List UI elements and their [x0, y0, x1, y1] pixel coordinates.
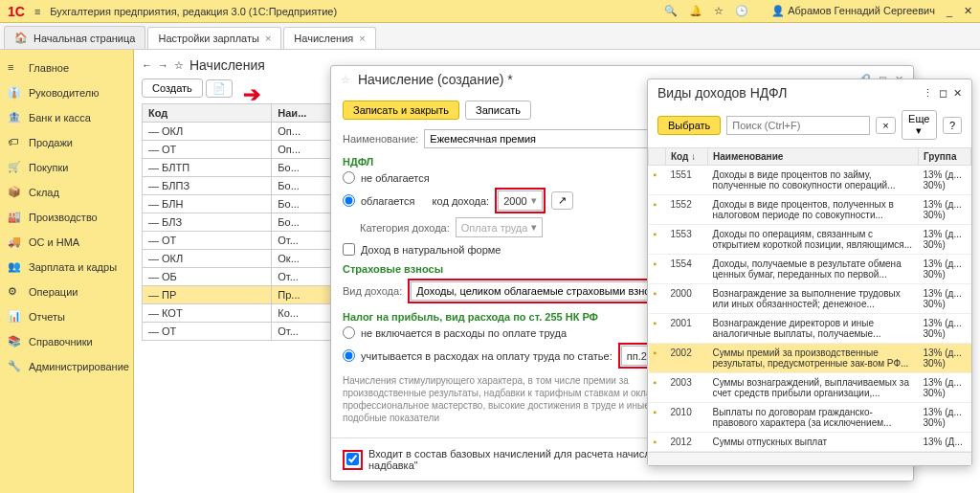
not-included-radio[interactable] — [343, 326, 355, 339]
titlebar-tools: 🔍 🔔 ☆ 🕒 👤 Абрамов Геннадий Сергеевич _ ✕ — [664, 5, 972, 17]
tabbar: 🏠 Начальная страница Настройки зарплаты×… — [0, 23, 980, 50]
panel-title: Начисления — [189, 57, 265, 73]
not-taxed-label: не облагается — [361, 172, 430, 184]
star-icon[interactable]: ☆ — [341, 74, 350, 86]
save-close-button[interactable]: Записать и закрыть — [343, 101, 459, 120]
not-taxed-radio[interactable] — [343, 171, 355, 184]
star-icon[interactable]: ☆ — [174, 59, 184, 72]
sidebar-item-manager[interactable]: 👔Руководителю — [0, 80, 133, 105]
app-title: Бухгалтерия предприятия, редакция 3.0 (1… — [50, 6, 664, 17]
ndfl-panel-title: Виды доходов НДФЛ — [657, 85, 923, 101]
col-code[interactable]: Код ↓ — [666, 148, 708, 166]
sidebar-item-admin[interactable]: 🔧Администрирование — [0, 354, 133, 379]
col-group[interactable]: Группа — [919, 148, 971, 166]
more-button[interactable]: Еще ▾ — [902, 110, 937, 140]
sidebar-item-assets[interactable]: 🚚ОС и НМА — [0, 230, 133, 255]
sidebar-item-sales[interactable]: 🏷Продажи — [0, 130, 133, 155]
sidebar-item-bank[interactable]: 🏦Банк и касса — [0, 105, 133, 130]
tab-close-icon[interactable]: × — [359, 33, 365, 44]
sidebar-item-salary[interactable]: 👥Зарплата и кадры — [0, 255, 133, 280]
sidebar-item-purchases[interactable]: 🛒Покупки — [0, 155, 133, 180]
category-label: Категория дохода: — [360, 222, 450, 234]
sidebar-item-warehouse[interactable]: 📦Склад — [0, 180, 133, 205]
history-icon[interactable]: 🕒 — [735, 5, 748, 17]
natural-income-check[interactable] — [343, 243, 355, 256]
chevron-down-icon: ▾ — [531, 194, 537, 207]
sidebar-item-main[interactable]: ≡Главное — [0, 56, 133, 80]
close-icon[interactable]: ✕ — [964, 5, 972, 17]
minimize-icon[interactable]: _ — [947, 6, 952, 17]
clear-button[interactable]: × — [876, 117, 895, 134]
tab-accruals[interactable]: Начисления× — [283, 27, 375, 49]
sidebar: ≡Главное 👔Руководителю 🏦Банк и касса 🏷Пр… — [0, 50, 134, 493]
window-icon[interactable]: ◻ — [939, 87, 947, 100]
ndfl-types-panel: Виды доходов НДФЛ ⋮ ◻ ✕ Выбрать × Еще ▾ … — [647, 78, 972, 466]
table-row[interactable]: ▪1553Доходы по операциям, связанным с от… — [649, 225, 971, 255]
create-button[interactable]: Создать — [142, 78, 203, 98]
tab-home[interactable]: 🏠 Начальная страница — [4, 26, 145, 49]
col-code[interactable]: Код — [143, 104, 272, 123]
close-icon[interactable]: ✕ — [953, 87, 962, 100]
table-row[interactable]: ▪2003Суммы вознаграждений, выплачиваемых… — [649, 373, 971, 403]
table-row[interactable]: ▪2000Вознаграждение за выполнение трудов… — [649, 284, 971, 314]
nav-fwd-icon[interactable]: → — [158, 59, 168, 71]
income-type-input[interactable] — [411, 281, 669, 301]
category-select: Оплата труда ▾ — [456, 217, 544, 237]
select-button[interactable]: Выбрать — [657, 116, 721, 135]
scrollbar[interactable] — [648, 452, 971, 465]
more-icon[interactable]: ⋮ — [923, 87, 933, 100]
copy-button[interactable]: 📄 — [206, 79, 233, 98]
star-icon[interactable]: ☆ — [714, 5, 724, 17]
user-label[interactable]: 👤 Абрамов Геннадий Сергеевич — [771, 5, 935, 17]
table-row[interactable]: ▪2001Вознаграждение директоров и иные ан… — [649, 314, 971, 344]
table-row[interactable]: ▪2012Суммы отпускных выплат13% (Д... — [649, 433, 971, 452]
open-ref-button[interactable]: ↗ — [551, 191, 573, 210]
taxed-radio[interactable] — [343, 194, 355, 207]
titlebar: 1С ≡ Бухгалтерия предприятия, редакция 3… — [0, 0, 980, 23]
income-type-label: Вид дохода: — [343, 285, 402, 297]
col-name[interactable]: Наименование — [708, 148, 919, 166]
included-radio[interactable] — [343, 349, 355, 362]
table-row[interactable]: ▪1551Доходы в виде процентов по займу, п… — [649, 166, 971, 195]
menu-icon[interactable]: ≡ — [34, 6, 40, 17]
sidebar-item-dictionaries[interactable]: 📚Справочники — [0, 329, 133, 354]
tab-salary-settings[interactable]: Настройки зарплаты× — [147, 27, 281, 49]
taxed-label: облагается — [361, 195, 414, 207]
footnote-text: Начисления стимулирующего характера, в т… — [343, 374, 687, 424]
included-label: учитывается в расходах на оплату труда п… — [361, 350, 612, 362]
base-accrual-check[interactable] — [346, 453, 359, 465]
not-included-label: не включается в расходы по оплате труда — [361, 327, 567, 339]
name-label: Наименование: — [343, 133, 418, 145]
natural-income-label: Доход в натуральной форме — [361, 244, 501, 256]
table-row[interactable]: ▪2002Суммы премий за производственные ре… — [649, 344, 971, 373]
search-input[interactable] — [726, 116, 870, 135]
sidebar-item-operations[interactable]: ⚙Операции — [0, 280, 133, 304]
app-logo: 1С — [8, 4, 25, 19]
table-row[interactable]: ▪1554Доходы, получаемые в результате обм… — [649, 255, 971, 284]
bell-icon[interactable]: 🔔 — [689, 5, 702, 17]
name-input[interactable] — [424, 129, 673, 148]
sidebar-item-production[interactable]: 🏭Производство — [0, 205, 133, 230]
income-code-label: код дохода: — [433, 195, 490, 207]
sidebar-item-reports[interactable]: 📊Отчеты — [0, 304, 133, 329]
tab-close-icon[interactable]: × — [265, 33, 271, 44]
income-code-select[interactable]: 2000 ▾ — [498, 190, 542, 211]
table-row[interactable]: ▪2010Выплаты по договорам гражданско-пра… — [649, 403, 971, 433]
table-row[interactable]: ▪1552Доходы в виде процентов, полученных… — [649, 195, 971, 225]
nav-back-icon[interactable]: ← — [142, 59, 152, 71]
save-button[interactable]: Записать — [465, 101, 531, 120]
ndfl-table: Код ↓ Наименование Группа ▪1551Доходы в … — [648, 147, 971, 452]
help-button[interactable]: ? — [943, 117, 962, 134]
search-icon[interactable]: 🔍 — [664, 5, 678, 17]
